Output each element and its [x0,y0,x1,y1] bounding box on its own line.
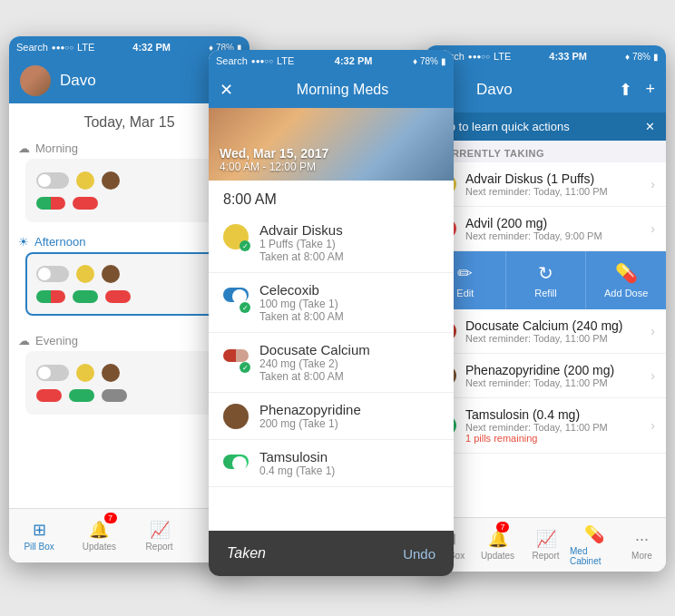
modal-med-details-4: Tamsulosin 0.4 mg (Take 1) [259,449,335,477]
add-dose-label: Add Dose [604,288,648,298]
undo-button[interactable]: Undo [403,546,435,562]
refill-button[interactable]: ↻ Refill [506,251,587,309]
phone1-oval-red2 [105,290,131,303]
modal-med-dose-4: 0.4 mg (Take 1) [259,464,335,477]
phone3-med-name-1: Advil (200 mg) [465,216,641,230]
phone3-username: Davo [476,81,619,99]
phone1-afternoon-card[interactable] [25,252,233,316]
taken-label: Taken [227,545,266,562]
phone3-nav-medcabinet[interactable]: 💊 Med Cabinet [570,518,618,572]
modal-toggle-tamsulosin[interactable] [223,455,249,469]
modal-hero-text: Wed, Mar 15, 2017 4:00 AM - 12:00 PM [220,146,328,173]
phone3-nav-more-label: More [631,551,652,561]
phone1-pill-yellow3 [76,364,94,382]
phone3-add-button[interactable]: + [645,80,655,100]
phone3-more-icon: ··· [635,530,649,549]
phone1-evening-label: ☁ Evening [18,334,240,347]
phone2-battery: 78% [420,56,438,66]
phone1-network: LTE [77,42,94,53]
phone3-nav-updates[interactable]: 🔔 Updates 7 [474,518,522,572]
phone3-updates-badge: 7 [496,522,509,533]
edit-label: Edit [456,288,474,298]
phone2-frame: Search ●●●○○ LTE 4:32 PM ♦ 78% ▮ ✕ Morni… [209,50,454,576]
phone3-med-info-2: Docusate Calcium (240 mg) Next reminder:… [465,318,641,344]
phone1-signal: ●●●○○ [52,44,73,52]
quick-actions-bar[interactable]: Tap to learn quick actions ✕ [426,112,666,141]
phone1-toggle2 [36,266,69,282]
modal-med-taken-2: Taken at 8:00 AM [259,370,370,383]
phone1-nav-report[interactable]: 📈 Report [130,509,190,562]
phone3-med-sub-0: Next reminder: Today, 11:00 PM [465,186,641,197]
phone3-med-sub-2: Next reminder: Today, 11:00 PM [465,333,641,344]
modal-med-details-3: Phenazopyridine 200 mg (Take 1) [259,402,361,430]
phone3-chevron-0: › [651,177,655,191]
modal-time-header: 8:00 AM [209,181,454,213]
phone1-evening-card[interactable] [25,351,233,415]
phone1-nav-updates[interactable]: 🔔 Updates 7 [69,509,129,562]
modal-med-dose-2: 240 mg (Take 2) [259,357,370,370]
phone3-nav-more[interactable]: ··· More [618,518,666,572]
phone3-med-name-0: Advair Diskus (1 Puffs) [465,171,641,186]
quick-actions-close[interactable]: ✕ [645,120,655,133]
action-row: ✏ Edit ↻ Refill 💊 Add Dose [426,251,666,309]
modal-med-name-2: Docusate Calcium [259,342,370,357]
phone3-med-info-3: Phenazopyridine (200 mg) Next reminder: … [465,363,641,388]
phone3-battery-icon: ▮ [653,52,659,62]
modal-med-dot-4-wrap [223,451,249,473]
phone3-med-sub-3: Next reminder: Today, 11:00 PM [465,377,641,388]
phone1-updates-badge: 7 [104,513,117,523]
phone3-med-name-3: Phenazopyridine (200 mg) [465,363,641,377]
modal-med-taken-1: Taken at 8:00 AM [259,310,344,323]
phone1-nav-pillbox[interactable]: ⊞ Pill Box [9,509,69,562]
add-dose-button[interactable]: 💊 Add Dose [586,251,666,309]
phone2-battery-icon: ▮ [441,56,446,66]
modal-med-dose-1: 100 mg (Take 1) [259,298,344,310]
phone3-nav-report[interactable]: 📈 Report [522,518,570,572]
phone1-oval-red3 [36,389,62,402]
modal-med-dot-2-wrap: ✓ [223,344,249,369]
quick-actions-text: Tap to learn quick actions [436,120,570,133]
phone3-chevron-1: › [651,221,655,236]
phone3-med-info-1: Advil (200 mg) Next reminder: Today, 9:0… [465,216,641,241]
edit-icon: ✏ [457,262,473,284]
modal-close-button[interactable]: ✕ [220,80,233,100]
modal-hero-date: Wed, Mar 15, 2017 [220,146,328,161]
phone3-med-item-4[interactable]: Tamsulosin (0.4 mg) Next reminder: Today… [426,398,666,454]
phone3-med-item-2[interactable]: Docusate Calcium (240 mg) Next reminder:… [426,309,666,354]
phone3-nav-updates-label: Updates [481,551,514,561]
modal-med-details-0: Advair Diskus 1 Puffs (Take 1) Taken at … [259,222,344,263]
modal-med-item-3[interactable]: Phenazopyridine 200 mg (Take 1) [209,393,454,440]
modal-med-item-0[interactable]: ✓ Advair Diskus 1 Puffs (Take 1) Taken a… [209,213,454,273]
phone2-bt-icon: ♦ [413,56,417,66]
phone3-status-bar: Search ●●●○○ LTE 4:33 PM ♦ 78% ▮ [426,45,666,67]
modal-med-item-4[interactable]: Tamsulosin 0.4 mg (Take 1) [209,440,454,487]
phone3-chevron-3: › [651,368,655,383]
modal-med-item-1[interactable]: ✓ Celecoxib 100 mg (Take 1) Taken at 8:0… [209,273,454,333]
phone3-med-item-3[interactable]: Phenazopyridine (200 mg) Next reminder: … [426,354,666,398]
phone3-frame: Search ●●●○○ LTE 4:33 PM ♦ 78% ▮ Davo ⬆ … [426,45,666,572]
afternoon-sun-icon: ☀ [18,235,29,249]
phone3-time: 4:33 PM [549,51,587,62]
share-icon[interactable]: ⬆ [619,80,632,100]
phone3-med-name-4: Tamsulosin (0.4 mg) [465,407,641,422]
evening-cloud-icon: ☁ [18,334,30,347]
phone3-med-info-0: Advair Diskus (1 Puffs) Next reminder: T… [465,171,641,197]
phone3-med-item-1[interactable]: Advil (200 mg) Next reminder: Today, 9:0… [426,207,666,251]
modal-hero-time: 4:00 AM - 12:00 PM [220,161,328,173]
modal-med-dose-3: 200 mg (Take 1) [259,417,361,430]
phone3-med-item-0[interactable]: Advair Diskus (1 Puffs) Next reminder: T… [426,162,666,207]
refill-icon: ↻ [538,262,553,284]
phone1-morning-card[interactable] [25,159,233,222]
phone1-toggle1 [36,172,69,189]
modal-capsule-docusate [223,349,249,362]
phone3-nav-report-label: Report [532,551,559,561]
check-badge-1: ✓ [240,302,250,313]
modal-med-name-1: Celecoxib [259,282,344,298]
phone1-avatar [20,65,51,96]
modal-med-item-2[interactable]: ✓ Docusate Calcium 240 mg (Take 2) Taken… [209,333,454,393]
phone1-nav-pillbox-label: Pill Box [24,542,54,552]
phone3-pills-remaining: 1 pills remaining [465,433,641,444]
modal-toggle-celecoxib[interactable] [223,288,249,302]
phone2-time: 4:32 PM [335,55,373,66]
phone3-header-icons: ⬆ + [619,80,655,100]
